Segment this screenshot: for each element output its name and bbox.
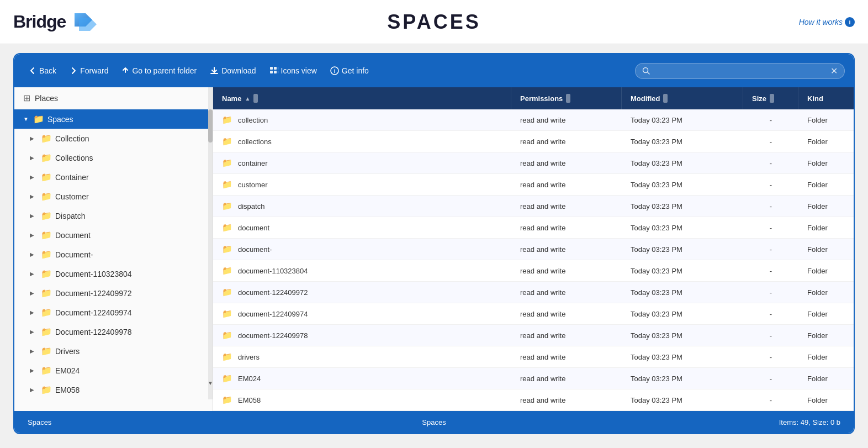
cell-size: - <box>743 303 798 324</box>
page-title: SPACES <box>387 10 480 34</box>
cell-size: - <box>743 389 798 410</box>
size-value: - <box>770 353 772 361</box>
table-row[interactable]: 📁 collections read and write Today 03:23… <box>213 131 854 152</box>
col-kind-label: Kind <box>807 94 823 103</box>
folder-icon: 📁 <box>41 133 52 144</box>
places-section: ⊞ Places <box>14 87 213 109</box>
table-row[interactable]: 📁 customer read and write Today 03:23 PM… <box>213 174 854 196</box>
cell-permissions: read and write <box>511 282 622 303</box>
sidebar-spaces-label: Spaces <box>47 115 73 124</box>
cell-permissions: read and write <box>511 131 622 152</box>
permissions-value: read and write <box>520 353 565 361</box>
col-header-size[interactable]: Size <box>743 87 798 109</box>
col-header-name[interactable]: Name ▲ <box>213 87 511 109</box>
cell-kind: Folder <box>798 217 854 238</box>
search-clear-button[interactable]: ✕ <box>830 66 838 76</box>
folder-icon: 📁 <box>222 223 232 233</box>
table-row[interactable]: 📁 container read and write Today 03:23 P… <box>213 152 854 174</box>
modified-value: Today 03:23 PM <box>631 245 682 254</box>
permissions-value: read and write <box>520 181 565 189</box>
permissions-value: read and write <box>520 159 565 167</box>
table-row[interactable]: 📁 document-110323804 read and write Toda… <box>213 260 854 282</box>
file-name: dispatch <box>238 202 264 210</box>
sidebar-item-em024[interactable]: ▶ 📁 EM024 <box>14 361 213 380</box>
cell-modified: Today 03:23 PM <box>622 282 743 303</box>
cell-kind: Folder <box>798 239 854 260</box>
permissions-value: read and write <box>520 224 565 232</box>
search-input[interactable] <box>654 66 826 75</box>
download-button[interactable]: Download <box>204 63 261 78</box>
sidebar-item-spaces[interactable]: ▼ 📁 Spaces <box>14 109 213 129</box>
sidebar-item-doc122c[interactable]: ▶ 📁 Document-122409978 <box>14 322 213 341</box>
cell-size: - <box>743 346 798 367</box>
table-row[interactable]: 📁 document read and write Today 03:23 PM… <box>213 217 854 239</box>
table-row[interactable]: 📁 dispatch read and write Today 03:23 PM… <box>213 196 854 217</box>
table-row[interactable]: 📁 collection read and write Today 03:23 … <box>213 109 854 131</box>
svg-rect-5 <box>278 71 278 73</box>
sidebar-item-collection[interactable]: ▶ 📁 Collection <box>14 129 213 148</box>
sidebar-item-label: Collections <box>55 154 93 162</box>
col-header-kind[interactable]: Kind <box>798 87 854 109</box>
table-row[interactable]: 📁 document- read and write Today 03:23 P… <box>213 239 854 260</box>
how-it-works-link[interactable]: How it works i <box>799 17 855 27</box>
col-size-filter[interactable] <box>770 94 774 103</box>
folder-icon: 📁 <box>41 365 52 376</box>
file-name: document-122409972 <box>238 288 308 297</box>
sidebar-item-document-dash[interactable]: ▶ 📁 Document- <box>14 245 213 264</box>
table-row[interactable]: 📁 EM024 read and write Today 03:23 PM - … <box>213 368 854 389</box>
folder-icon: 📁 <box>222 287 232 297</box>
chevron-right-icon: ▶ <box>30 367 34 373</box>
col-name-filter[interactable] <box>253 94 258 103</box>
table-row[interactable]: 📁 document-122409978 read and write Toda… <box>213 325 854 346</box>
parent-folder-button[interactable]: Go to parent folder <box>116 63 202 78</box>
table-row[interactable]: 📁 document-122409972 read and write Toda… <box>213 282 854 303</box>
file-name: document-122409978 <box>238 331 308 340</box>
sidebar-item-document[interactable]: ▶ 📁 Document <box>14 225 213 245</box>
sidebar-scrollbar-thumb[interactable] <box>208 109 213 143</box>
cell-modified: Today 03:23 PM <box>622 368 743 389</box>
file-name: customer <box>238 181 267 189</box>
sidebar-scroll-down-arrow[interactable]: ▼ <box>208 377 213 388</box>
cell-size: - <box>743 325 798 346</box>
cell-modified: Today 03:23 PM <box>622 303 743 324</box>
forward-button[interactable]: Forward <box>64 63 114 78</box>
sidebar-item-drivers[interactable]: ▶ 📁 Drivers <box>14 341 213 361</box>
get-info-label: Get info <box>342 66 369 75</box>
icons-view-button[interactable]: Icons view <box>264 63 322 78</box>
col-header-modified[interactable]: Modified <box>622 87 743 109</box>
cell-name: 📁 document-122409972 <box>213 282 511 303</box>
folder-icon: 📁 <box>41 152 52 163</box>
kind-value: Folder <box>807 116 828 124</box>
cell-modified: Today 03:23 PM <box>622 389 743 410</box>
kind-value: Folder <box>807 245 828 254</box>
modified-value: Today 03:23 PM <box>631 288 682 297</box>
sidebar-item-em058[interactable]: ▶ 📁 EM058 <box>14 380 213 399</box>
table-row[interactable]: 📁 document-122409974 read and write Toda… <box>213 303 854 325</box>
cell-name: 📁 document-122409978 <box>213 325 511 346</box>
sidebar-item-doc122b[interactable]: ▶ 📁 Document-122409974 <box>14 303 213 322</box>
table-row[interactable]: 📁 drivers read and write Today 03:23 PM … <box>213 346 854 368</box>
cell-size: - <box>743 368 798 389</box>
col-name-label: Name <box>222 94 241 103</box>
back-button[interactable]: Back <box>23 63 62 78</box>
col-size-label: Size <box>752 94 766 103</box>
folder-icon: 📁 <box>222 330 232 340</box>
sidebar-item-customer[interactable]: ▶ 📁 Customer <box>14 187 213 206</box>
permissions-value: read and write <box>520 138 565 146</box>
table-row[interactable]: 📁 EM058 read and write Today 03:23 PM - … <box>213 389 854 411</box>
modified-value: Today 03:23 PM <box>631 116 682 124</box>
cell-size: - <box>743 109 798 130</box>
col-header-permissions[interactable]: Permissions <box>511 87 622 109</box>
sidebar-item-doc122a[interactable]: ▶ 📁 Document-122409972 <box>14 283 213 303</box>
sidebar-item-doc110[interactable]: ▶ 📁 Document-110323804 <box>14 264 213 283</box>
cell-name: 📁 EM058 <box>213 389 511 410</box>
sidebar-item-dispatch[interactable]: ▶ 📁 Dispatch <box>14 206 213 225</box>
chevron-right-icon: ▶ <box>30 290 34 296</box>
size-value: - <box>770 159 772 167</box>
sidebar-item-collections[interactable]: ▶ 📁 Collections <box>14 148 213 167</box>
folder-icon: 📁 <box>41 230 52 240</box>
sidebar-item-container[interactable]: ▶ 📁 Container <box>14 167 213 187</box>
get-info-button[interactable]: i Get info <box>325 63 374 78</box>
col-permissions-filter[interactable] <box>566 94 570 103</box>
col-modified-filter[interactable] <box>663 94 668 103</box>
